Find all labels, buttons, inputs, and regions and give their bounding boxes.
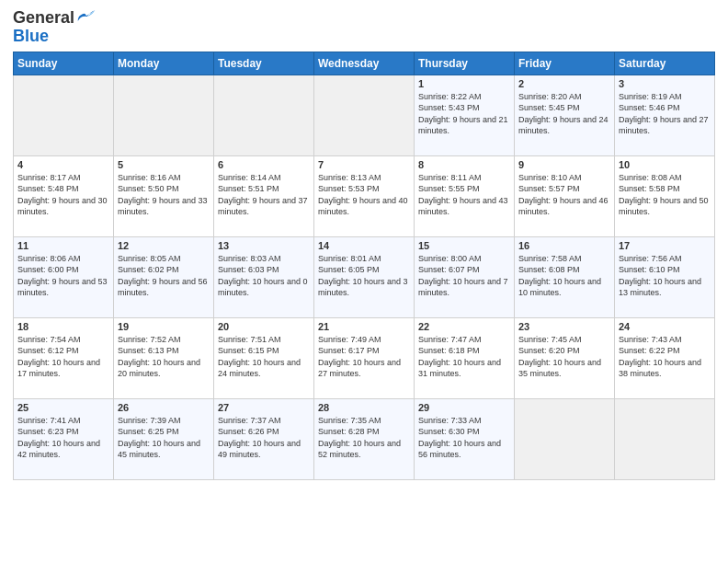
day-number: 25 [17, 402, 109, 413]
calendar-cell [214, 75, 314, 155]
calendar-cell: 16Sunrise: 7:58 AM Sunset: 6:08 PM Dayli… [515, 236, 615, 317]
day-info: Sunrise: 8:05 AM Sunset: 6:02 PM Dayligh… [118, 253, 210, 299]
calendar-week-row: 11Sunrise: 8:06 AM Sunset: 6:00 PM Dayli… [14, 236, 715, 317]
calendar-header-wednesday: Wednesday [314, 52, 415, 75]
day-info: Sunrise: 7:49 AM Sunset: 6:17 PM Dayligh… [318, 334, 410, 380]
calendar-cell: 9Sunrise: 8:10 AM Sunset: 5:57 PM Daylig… [515, 155, 615, 236]
calendar-header-saturday: Saturday [615, 52, 715, 75]
day-number: 3 [619, 78, 711, 89]
day-number: 17 [619, 240, 711, 251]
day-info: Sunrise: 8:03 AM Sunset: 6:03 PM Dayligh… [218, 253, 310, 299]
header: General Blue [13, 9, 715, 46]
day-info: Sunrise: 8:16 AM Sunset: 5:50 PM Dayligh… [118, 172, 210, 218]
day-number: 2 [518, 78, 610, 89]
day-info: Sunrise: 7:52 AM Sunset: 6:13 PM Dayligh… [118, 334, 210, 380]
day-info: Sunrise: 7:39 AM Sunset: 6:25 PM Dayligh… [118, 415, 210, 461]
day-info: Sunrise: 8:01 AM Sunset: 6:05 PM Dayligh… [318, 253, 410, 299]
calendar-cell: 25Sunrise: 7:41 AM Sunset: 6:23 PM Dayli… [14, 398, 114, 479]
day-number: 21 [318, 321, 410, 332]
calendar-cell: 7Sunrise: 8:13 AM Sunset: 5:53 PM Daylig… [314, 155, 415, 236]
day-info: Sunrise: 7:41 AM Sunset: 6:23 PM Dayligh… [17, 415, 109, 461]
calendar-cell: 10Sunrise: 8:08 AM Sunset: 5:58 PM Dayli… [615, 155, 715, 236]
calendar-header-row: SundayMondayTuesdayWednesdayThursdayFrid… [14, 52, 715, 75]
calendar: SundayMondayTuesdayWednesdayThursdayFrid… [13, 52, 715, 480]
day-info: Sunrise: 8:19 AM Sunset: 5:46 PM Dayligh… [619, 91, 711, 137]
calendar-header-thursday: Thursday [415, 52, 515, 75]
calendar-cell: 6Sunrise: 8:14 AM Sunset: 5:51 PM Daylig… [214, 155, 314, 236]
calendar-cell: 24Sunrise: 7:43 AM Sunset: 6:22 PM Dayli… [615, 317, 715, 398]
calendar-cell: 11Sunrise: 8:06 AM Sunset: 6:00 PM Dayli… [14, 236, 114, 317]
calendar-header-tuesday: Tuesday [214, 52, 314, 75]
calendar-cell: 5Sunrise: 8:16 AM Sunset: 5:50 PM Daylig… [114, 155, 214, 236]
calendar-cell: 28Sunrise: 7:35 AM Sunset: 6:28 PM Dayli… [314, 398, 415, 479]
day-number: 14 [318, 240, 410, 251]
day-number: 28 [318, 402, 410, 413]
day-info: Sunrise: 8:13 AM Sunset: 5:53 PM Dayligh… [318, 172, 410, 218]
logo-bird-icon [76, 8, 97, 25]
day-info: Sunrise: 7:56 AM Sunset: 6:10 PM Dayligh… [619, 253, 711, 299]
day-number: 15 [418, 240, 510, 251]
day-info: Sunrise: 7:54 AM Sunset: 6:12 PM Dayligh… [17, 334, 109, 380]
calendar-cell: 26Sunrise: 7:39 AM Sunset: 6:25 PM Dayli… [114, 398, 214, 479]
day-number: 11 [17, 240, 109, 251]
day-number: 18 [17, 321, 109, 332]
day-number: 27 [218, 402, 310, 413]
day-info: Sunrise: 8:17 AM Sunset: 5:48 PM Dayligh… [17, 172, 109, 218]
day-info: Sunrise: 7:51 AM Sunset: 6:15 PM Dayligh… [218, 334, 310, 380]
calendar-header-friday: Friday [515, 52, 615, 75]
day-number: 6 [218, 159, 310, 170]
calendar-cell [114, 75, 214, 155]
day-info: Sunrise: 7:58 AM Sunset: 6:08 PM Dayligh… [518, 253, 610, 299]
calendar-header-sunday: Sunday [14, 52, 114, 75]
calendar-cell: 19Sunrise: 7:52 AM Sunset: 6:13 PM Dayli… [114, 317, 214, 398]
calendar-week-row: 1Sunrise: 8:22 AM Sunset: 5:43 PM Daylig… [14, 75, 715, 155]
calendar-header-monday: Monday [114, 52, 214, 75]
calendar-cell: 13Sunrise: 8:03 AM Sunset: 6:03 PM Dayli… [214, 236, 314, 317]
day-info: Sunrise: 8:00 AM Sunset: 6:07 PM Dayligh… [418, 253, 510, 299]
day-number: 8 [418, 159, 510, 170]
day-number: 7 [318, 159, 410, 170]
calendar-cell: 1Sunrise: 8:22 AM Sunset: 5:43 PM Daylig… [415, 75, 515, 155]
calendar-cell [14, 75, 114, 155]
calendar-week-row: 18Sunrise: 7:54 AM Sunset: 6:12 PM Dayli… [14, 317, 715, 398]
day-number: 26 [118, 402, 210, 413]
calendar-cell: 14Sunrise: 8:01 AM Sunset: 6:05 PM Dayli… [314, 236, 415, 317]
day-number: 12 [118, 240, 210, 251]
logo-blue-text: Blue [13, 28, 97, 46]
calendar-cell: 23Sunrise: 7:45 AM Sunset: 6:20 PM Dayli… [515, 317, 615, 398]
day-info: Sunrise: 8:20 AM Sunset: 5:45 PM Dayligh… [518, 91, 610, 137]
calendar-cell: 27Sunrise: 7:37 AM Sunset: 6:26 PM Dayli… [214, 398, 314, 479]
calendar-cell [615, 398, 715, 479]
calendar-cell: 29Sunrise: 7:33 AM Sunset: 6:30 PM Dayli… [415, 398, 515, 479]
day-number: 24 [619, 321, 711, 332]
day-number: 16 [518, 240, 610, 251]
calendar-week-row: 4Sunrise: 8:17 AM Sunset: 5:48 PM Daylig… [14, 155, 715, 236]
day-info: Sunrise: 7:43 AM Sunset: 6:22 PM Dayligh… [619, 334, 711, 380]
day-info: Sunrise: 7:47 AM Sunset: 6:18 PM Dayligh… [418, 334, 510, 380]
calendar-cell: 22Sunrise: 7:47 AM Sunset: 6:18 PM Dayli… [415, 317, 515, 398]
day-number: 22 [418, 321, 510, 332]
calendar-cell: 15Sunrise: 8:00 AM Sunset: 6:07 PM Dayli… [415, 236, 515, 317]
day-number: 23 [518, 321, 610, 332]
day-number: 13 [218, 240, 310, 251]
calendar-cell [314, 75, 415, 155]
day-number: 5 [118, 159, 210, 170]
page: General Blue SundayMondayTuesdayWednesda… [0, 0, 728, 563]
day-info: Sunrise: 8:10 AM Sunset: 5:57 PM Dayligh… [518, 172, 610, 218]
logo: General Blue [13, 9, 97, 46]
day-info: Sunrise: 8:14 AM Sunset: 5:51 PM Dayligh… [218, 172, 310, 218]
calendar-cell: 21Sunrise: 7:49 AM Sunset: 6:17 PM Dayli… [314, 317, 415, 398]
day-info: Sunrise: 7:37 AM Sunset: 6:26 PM Dayligh… [218, 415, 310, 461]
day-info: Sunrise: 8:22 AM Sunset: 5:43 PM Dayligh… [418, 91, 510, 137]
day-info: Sunrise: 7:45 AM Sunset: 6:20 PM Dayligh… [518, 334, 610, 380]
day-info: Sunrise: 7:35 AM Sunset: 6:28 PM Dayligh… [318, 415, 410, 461]
day-number: 1 [418, 78, 510, 89]
calendar-cell: 8Sunrise: 8:11 AM Sunset: 5:55 PM Daylig… [415, 155, 515, 236]
logo-general-text: General [13, 9, 74, 28]
day-number: 29 [418, 402, 510, 413]
day-number: 9 [518, 159, 610, 170]
day-number: 19 [118, 321, 210, 332]
calendar-cell: 4Sunrise: 8:17 AM Sunset: 5:48 PM Daylig… [14, 155, 114, 236]
calendar-cell [515, 398, 615, 479]
day-number: 20 [218, 321, 310, 332]
